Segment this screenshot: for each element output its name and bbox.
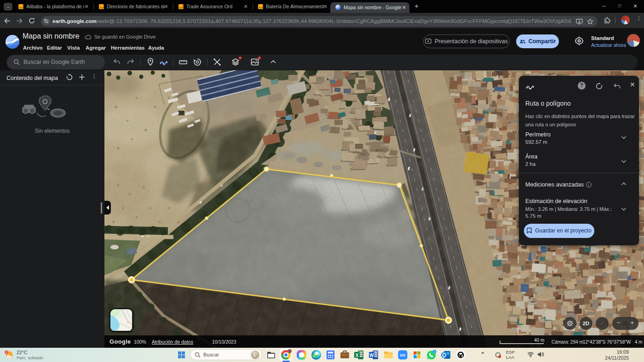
- svg-text:zm: zm: [400, 353, 406, 357]
- svg-text:W: W: [369, 353, 374, 358]
- svg-text:X: X: [356, 353, 359, 358]
- svg-text:2: 2: [6, 351, 7, 354]
